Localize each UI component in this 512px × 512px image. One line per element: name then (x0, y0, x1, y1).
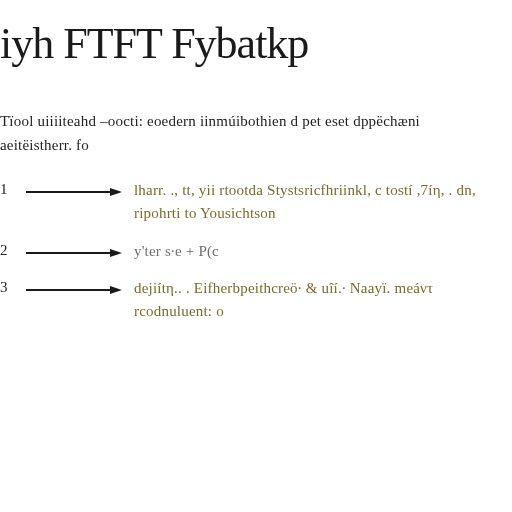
step-row-1: 1 lharr. ., tt, yii rtootda Stystsricfhr… (0, 179, 488, 226)
step-row-3: 3 dejiítη.. . Eifherbpeithcreö· & uîí.· … (0, 277, 488, 324)
step-row-2: 2 y'ter s·e + P(c (0, 240, 488, 263)
step-body: lharr. ., tt, yii rtootda Stystsricfhrii… (134, 179, 488, 226)
arrow-icon (26, 277, 122, 295)
document-page: iyh FTFT Fybatkp Tïool uiiiiteahd –oocti… (0, 0, 512, 512)
svg-marker-5 (110, 286, 122, 294)
step-body: y'ter s·e + P(c (134, 240, 488, 263)
step-number: 2 (0, 240, 14, 259)
arrow-icon (26, 179, 122, 197)
svg-marker-3 (110, 249, 122, 257)
intro-paragraph: Tïool uiiiiteahd –oocti: eoedern iinmúib… (0, 109, 488, 157)
step-body: dejiítη.. . Eifherbpeithcreö· & uîí.· Na… (134, 277, 488, 324)
arrow-icon (26, 240, 122, 258)
svg-marker-1 (110, 188, 122, 196)
step-number: 3 (0, 277, 14, 296)
step-number: 1 (0, 179, 14, 198)
page-title: iyh FTFT Fybatkp (0, 18, 488, 69)
